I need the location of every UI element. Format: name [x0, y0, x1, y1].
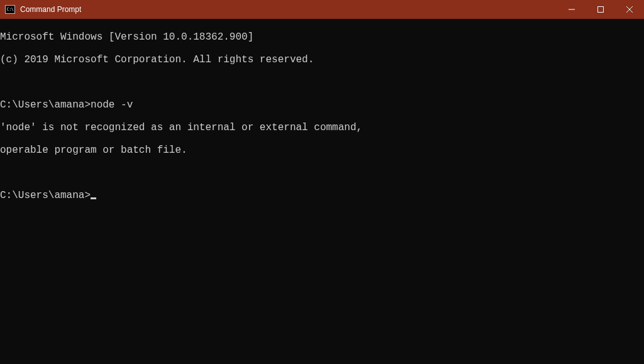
terminal-line: Microsoft Windows [Version 10.0.18362.90… — [0, 31, 644, 43]
cmd-icon: C:\ — [5, 5, 15, 14]
terminal-prompt-line: C:\Users\amana> — [0, 190, 644, 201]
window-title: Command Prompt — [20, 5, 557, 14]
terminal-output[interactable]: Microsoft Windows [Version 10.0.18362.90… — [0, 19, 644, 364]
cmd-icon-text: C:\ — [6, 8, 13, 12]
terminal-line: 'node' is not recognized as an internal … — [0, 122, 644, 133]
terminal-line: (c) 2019 Microsoft Corporation. All righ… — [0, 54, 644, 65]
titlebar[interactable]: C:\ Command Prompt — [0, 0, 644, 19]
terminal-prompt: C:\Users\amana> — [0, 190, 91, 201]
maximize-button[interactable] — [586, 0, 615, 19]
terminal-line: C:\Users\amana>node -v — [0, 99, 644, 111]
close-icon — [626, 6, 633, 13]
close-button[interactable] — [615, 0, 644, 19]
maximize-icon — [597, 6, 604, 13]
terminal-line — [0, 167, 644, 179]
window-controls — [557, 0, 644, 19]
minimize-button[interactable] — [557, 0, 586, 19]
terminal-line — [0, 77, 644, 88]
terminal-cursor — [91, 197, 96, 199]
terminal-line: operable program or batch file. — [0, 145, 644, 156]
minimize-icon — [569, 6, 575, 13]
svg-rect-1 — [598, 7, 604, 13]
